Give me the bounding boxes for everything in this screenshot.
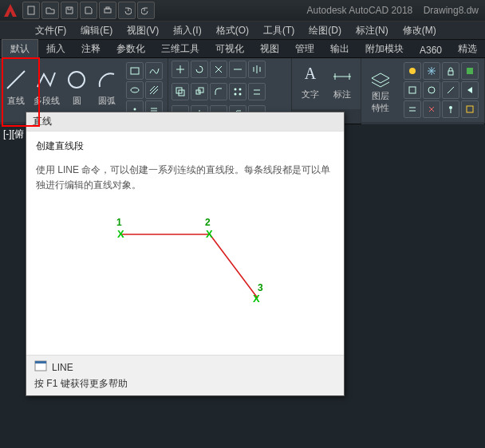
tab-view[interactable]: 视图 [252,40,287,57]
scale-icon[interactable] [191,83,208,100]
layer-prev-icon[interactable] [461,81,479,99]
pt1-x-icon: X [117,228,124,240]
app-logo[interactable] [2,2,19,19]
titlebar: Autodesk AutoCAD 2018 Drawing8.dw [0,0,485,21]
layer-off-icon[interactable] [423,81,440,99]
svg-rect-27 [35,361,46,364]
layer-merge-icon[interactable] [404,100,421,118]
layer-match-icon[interactable] [442,81,459,99]
tool-line[interactable]: 直线 [2,66,30,114]
fillet-icon[interactable] [210,83,227,100]
tab-visualize[interactable]: 可视化 [207,40,252,57]
menu-modify[interactable]: 修改(M) [403,24,436,37]
layer-color-icon[interactable] [461,62,479,80]
mirror-icon[interactable] [248,61,266,78]
layer-on-icon[interactable] [404,62,421,80]
menu-view[interactable]: 视图(V) [127,24,159,37]
qat-undo-icon[interactable] [118,2,136,19]
svg-line-3 [7,71,25,88]
qat-saveas-icon[interactable] [80,2,97,19]
tab-featured[interactable]: 精选 [450,40,485,57]
circle-icon [63,66,90,93]
svg-point-22 [449,106,452,109]
tool-circle-label: 圆 [73,95,81,107]
pt3-label: 3 [258,282,263,293]
menu-tools[interactable]: 工具(T) [263,24,294,37]
layer-walk-icon[interactable] [442,100,459,118]
svg-point-12 [235,88,237,91]
layer-lock-icon[interactable] [442,62,459,80]
layer-del-icon[interactable] [423,100,440,118]
tab-default[interactable]: 默认 [2,39,38,57]
svg-rect-1 [104,9,111,13]
trim-icon[interactable] [210,61,227,78]
svg-point-6 [131,88,139,92]
tab-parametric[interactable]: 参数化 [108,40,153,57]
svg-point-21 [428,87,435,93]
svg-point-14 [235,93,237,96]
layer-state-icon[interactable] [461,100,479,118]
tool-text-label: 文字 [302,88,319,100]
tab-manage[interactable]: 管理 [287,40,322,57]
tooltip-bottom: LINE 按 F1 键获得更多帮助 [26,355,344,395]
tool-polyline-label: 多段线 [34,95,60,107]
offset-icon[interactable] [248,83,266,100]
tab-output[interactable]: 输出 [322,40,357,57]
polyline-icon [33,66,60,93]
tool-polyline[interactable]: 多段线 [33,66,60,114]
tool-line-label: 直线 [7,95,25,107]
tool-dim[interactable]: 标注 [327,60,357,108]
tooltip-illustration: 1 X 2 X 3 X [26,202,344,322]
qat-open-icon[interactable] [41,2,59,19]
rect-icon[interactable] [126,62,144,80]
svg-rect-2 [106,7,109,9]
svg-rect-5 [131,68,139,74]
menu-file[interactable]: 文件(F) [35,24,66,37]
menu-insert[interactable]: 插入(I) [173,24,201,37]
layer-iso-icon[interactable] [404,81,421,99]
qat-print-icon[interactable] [99,2,116,19]
svg-point-4 [69,72,85,88]
tab-insert[interactable]: 插入 [38,40,73,57]
qat-new-icon[interactable] [22,2,40,19]
tool-arc[interactable]: 圆弧 [93,66,120,114]
svg-rect-23 [467,106,473,112]
spline-icon[interactable] [145,62,163,80]
menu-dim[interactable]: 标注(N) [356,24,388,37]
rotate-icon[interactable] [191,61,208,78]
move-icon[interactable] [172,61,189,78]
viewport-label: [-][俯 [3,128,24,141]
array-icon[interactable] [229,83,246,100]
qat-redo-icon[interactable] [137,2,155,19]
layer-freeze-icon[interactable] [423,62,440,80]
line-tooltip: 直线 创建直线段 使用 LINE 命令，可以创建一系列连续的直线段。每条线段都是… [26,112,345,396]
svg-point-7 [134,108,136,111]
ellipse-icon[interactable] [126,81,144,99]
svg-rect-20 [409,87,416,93]
tab-addins[interactable]: 附加模块 [357,40,412,57]
text-icon: A [297,60,324,87]
svg-point-15 [239,93,242,96]
menu-edit[interactable]: 编辑(E) [81,24,112,37]
pt2-x-icon: X [206,228,213,240]
arc-icon [93,66,120,93]
qat-save-icon[interactable] [61,2,78,19]
svg-line-25 [210,234,258,298]
tab-3dtools[interactable]: 三维工具 [153,40,207,57]
svg-point-13 [239,88,242,91]
menu-format[interactable]: 格式(O) [216,24,249,37]
tab-annotate[interactable]: 注释 [73,40,108,57]
tool-circle[interactable]: 圆 [63,66,90,114]
svg-rect-19 [467,68,473,74]
extend-icon[interactable] [229,61,246,78]
menu-draw[interactable]: 绘图(D) [309,24,341,37]
doc-name: Drawing8.dw [424,5,479,16]
tool-layer-props[interactable]: 图层 特性 [365,66,396,114]
tooltip-cmd: LINE [52,362,73,373]
copy-icon[interactable] [172,83,189,100]
tab-a360[interactable]: A360 [412,42,450,57]
hatch-icon[interactable] [145,81,163,99]
tool-text[interactable]: A 文字 [295,60,325,108]
tooltip-title: 直线 [26,112,344,132]
pt2-label: 2 [205,217,211,228]
